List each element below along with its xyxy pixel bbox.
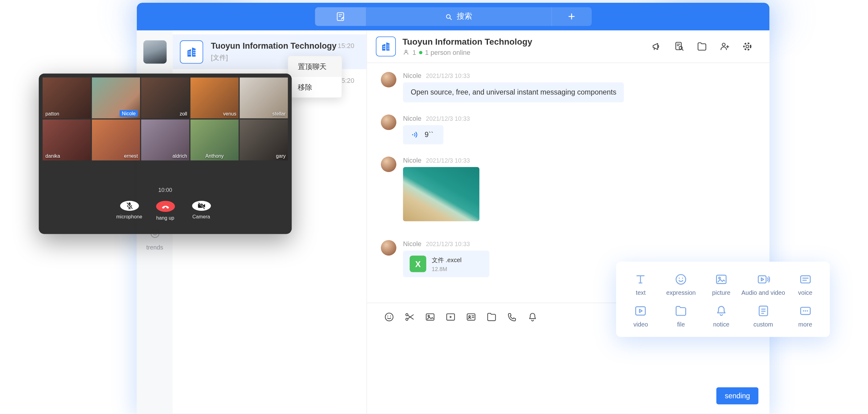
video-participant[interactable]: venus <box>190 77 239 118</box>
search-group: 搜索 + <box>315 7 591 26</box>
picture-icon[interactable] <box>425 311 436 322</box>
message-time: 2021/12/3 10:33 <box>426 115 470 122</box>
message-sender: Nicole <box>403 240 421 248</box>
message-sender: Nicole <box>403 157 421 164</box>
conversation-title: Tuoyun Information Technology <box>211 41 337 51</box>
message-time: 2021/12/3 10:33 <box>426 72 470 79</box>
add-button[interactable]: + <box>551 7 591 26</box>
file-icon <box>674 304 688 318</box>
conversation-context-menu: 置顶聊天 移除 <box>288 56 342 98</box>
control-label: hang up <box>156 215 174 221</box>
participant-grid: patton Nicole zoll venus stellar danika … <box>42 77 288 160</box>
camera-toggle-button[interactable] <box>192 201 211 211</box>
voice-duration: 9`` <box>425 130 433 139</box>
popup-item-notice[interactable]: notice <box>701 300 742 331</box>
organization-icon <box>180 40 203 63</box>
participant-name: venus <box>223 111 237 117</box>
chat-panel: Tuoyun Information Technology 1 1 person… <box>367 31 770 414</box>
popup-item-label: expression <box>666 289 696 296</box>
message-text: Nicole 2021/12/3 10:33 Open source, free… <box>381 72 758 102</box>
search-icon <box>444 12 453 21</box>
text-message-bubble[interactable]: Open source, free, and universal instant… <box>403 83 624 103</box>
file-size: 12.8M <box>432 266 462 272</box>
participant-name: patton <box>45 111 59 117</box>
expression-icon <box>674 272 688 287</box>
members-icon <box>403 49 410 56</box>
popup-item-expression[interactable]: expression <box>661 268 701 300</box>
file-name: 文件 .excel <box>432 256 462 264</box>
notes-button[interactable] <box>315 7 366 26</box>
sender-avatar[interactable] <box>381 115 396 130</box>
file-folder-icon[interactable] <box>486 311 497 322</box>
participant-name: zoll <box>180 111 187 117</box>
note-edit-icon <box>335 11 346 22</box>
video-participant[interactable]: ernest <box>92 120 140 160</box>
notification-bell-icon[interactable] <box>527 311 538 322</box>
message-sender: Nicole <box>403 72 421 79</box>
conversation-time: 15:20 <box>338 42 354 50</box>
sender-avatar[interactable] <box>381 240 396 256</box>
message-time: 2021/12/3 10:33 <box>426 157 470 164</box>
menu-item-pin-chat[interactable]: 置顶聊天 <box>288 56 342 77</box>
popup-item-audio-video[interactable]: Audio and video <box>741 268 785 300</box>
members-manage-icon[interactable] <box>719 41 730 52</box>
video-participant[interactable]: gary <box>240 120 288 160</box>
chat-history-search-icon[interactable] <box>674 41 685 52</box>
settings-gear-icon[interactable] <box>742 41 753 52</box>
video-participant[interactable]: aldrich <box>141 120 189 160</box>
video-participant[interactable]: patton <box>42 77 91 118</box>
online-status: 1 person online <box>425 49 470 56</box>
microphone-mute-button[interactable] <box>120 201 139 211</box>
chat-header: Tuoyun Information Technology 1 1 person… <box>367 31 770 63</box>
video-call-overlay: patton Nicole zoll venus stellar danika … <box>39 74 292 234</box>
contact-card-icon[interactable] <box>465 311 476 322</box>
popup-item-more[interactable]: more <box>785 300 826 331</box>
call-phone-icon[interactable] <box>506 311 518 322</box>
search-input[interactable]: 搜索 <box>366 7 551 26</box>
popup-item-label: picture <box>712 289 730 296</box>
search-placeholder: 搜索 <box>457 12 472 22</box>
menu-item-remove[interactable]: 移除 <box>288 77 342 97</box>
voice-wave-icon <box>411 130 421 139</box>
message-input-area[interactable]: sending <box>367 331 770 414</box>
more-icon <box>798 304 812 318</box>
files-icon[interactable] <box>696 41 707 52</box>
voice-icon <box>798 272 812 287</box>
sender-avatar[interactable] <box>381 157 396 172</box>
screenshot-scissors-icon[interactable] <box>404 311 415 322</box>
audio-video-icon <box>756 272 771 287</box>
participant-name: ernest <box>124 153 138 159</box>
popup-item-text[interactable]: text <box>620 268 661 300</box>
video-participant[interactable]: stellar <box>240 77 288 118</box>
participant-name: danika <box>45 153 60 159</box>
text-icon <box>633 272 648 287</box>
image-message[interactable] <box>403 167 479 221</box>
popup-item-label: voice <box>798 289 812 296</box>
video-participant[interactable]: Anthony <box>190 120 239 160</box>
popup-item-label: video <box>633 321 648 328</box>
popup-item-video[interactable]: video <box>620 300 661 331</box>
send-button[interactable]: sending <box>716 387 758 405</box>
hang-up-icon <box>160 201 171 212</box>
picture-icon <box>714 272 729 287</box>
chat-header-actions <box>651 41 753 52</box>
top-bar: 搜索 + <box>137 3 770 31</box>
emoji-icon[interactable] <box>384 311 395 322</box>
video-participant[interactable]: Nicole <box>92 77 140 118</box>
plus-icon: + <box>568 9 575 24</box>
popup-item-custom[interactable]: custom <box>741 300 785 331</box>
popup-item-file[interactable]: file <box>661 300 701 331</box>
popup-item-label: custom <box>753 321 773 328</box>
video-participant[interactable]: zoll <box>141 77 189 118</box>
user-avatar[interactable] <box>143 40 166 63</box>
popup-item-picture[interactable]: picture <box>701 268 742 300</box>
hang-up-button[interactable] <box>156 201 175 212</box>
video-file-icon[interactable] <box>445 311 456 322</box>
popup-item-voice[interactable]: voice <box>785 268 826 300</box>
control-label: Camera <box>192 214 210 220</box>
sender-avatar[interactable] <box>381 72 396 87</box>
file-message-card[interactable]: 文件 .excel 12.8M <box>403 251 489 277</box>
announcement-icon[interactable] <box>651 41 662 52</box>
voice-message-bubble[interactable]: 9`` <box>403 125 443 145</box>
video-participant[interactable]: danika <box>42 120 91 160</box>
